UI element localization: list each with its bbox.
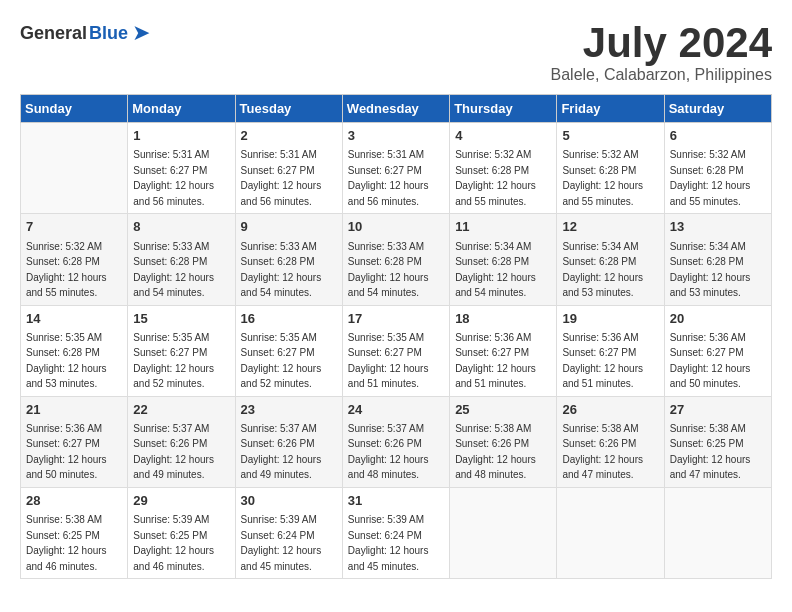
- calendar-cell: 20Sunrise: 5:36 AM Sunset: 6:27 PM Dayli…: [664, 305, 771, 396]
- day-number: 23: [241, 401, 337, 419]
- column-header-sunday: Sunday: [21, 95, 128, 123]
- day-info: Sunrise: 5:38 AM Sunset: 6:25 PM Dayligh…: [26, 514, 107, 572]
- calendar-cell: 29Sunrise: 5:39 AM Sunset: 6:25 PM Dayli…: [128, 487, 235, 578]
- calendar-cell: 10Sunrise: 5:33 AM Sunset: 6:28 PM Dayli…: [342, 214, 449, 305]
- day-number: 25: [455, 401, 551, 419]
- day-number: 5: [562, 127, 658, 145]
- day-info: Sunrise: 5:32 AM Sunset: 6:28 PM Dayligh…: [26, 241, 107, 299]
- day-info: Sunrise: 5:33 AM Sunset: 6:28 PM Dayligh…: [133, 241, 214, 299]
- title-block: July 2024 Balele, Calabarzon, Philippine…: [551, 20, 772, 84]
- day-info: Sunrise: 5:36 AM Sunset: 6:27 PM Dayligh…: [670, 332, 751, 390]
- calendar-cell: 27Sunrise: 5:38 AM Sunset: 6:25 PM Dayli…: [664, 396, 771, 487]
- column-header-friday: Friday: [557, 95, 664, 123]
- calendar-cell: [450, 487, 557, 578]
- day-number: 10: [348, 218, 444, 236]
- calendar-cell: 3Sunrise: 5:31 AM Sunset: 6:27 PM Daylig…: [342, 123, 449, 214]
- day-info: Sunrise: 5:35 AM Sunset: 6:27 PM Dayligh…: [241, 332, 322, 390]
- calendar-cell: 15Sunrise: 5:35 AM Sunset: 6:27 PM Dayli…: [128, 305, 235, 396]
- day-info: Sunrise: 5:34 AM Sunset: 6:28 PM Dayligh…: [562, 241, 643, 299]
- calendar-cell: 4Sunrise: 5:32 AM Sunset: 6:28 PM Daylig…: [450, 123, 557, 214]
- day-info: Sunrise: 5:32 AM Sunset: 6:28 PM Dayligh…: [562, 149, 643, 207]
- calendar-title: July 2024: [551, 20, 772, 66]
- day-number: 29: [133, 492, 229, 510]
- day-number: 14: [26, 310, 122, 328]
- calendar-cell: 19Sunrise: 5:36 AM Sunset: 6:27 PM Dayli…: [557, 305, 664, 396]
- day-number: 24: [348, 401, 444, 419]
- day-info: Sunrise: 5:34 AM Sunset: 6:28 PM Dayligh…: [455, 241, 536, 299]
- day-number: 16: [241, 310, 337, 328]
- day-number: 22: [133, 401, 229, 419]
- calendar-week-row: 21Sunrise: 5:36 AM Sunset: 6:27 PM Dayli…: [21, 396, 772, 487]
- calendar-header-row: SundayMondayTuesdayWednesdayThursdayFrid…: [21, 95, 772, 123]
- day-number: 30: [241, 492, 337, 510]
- calendar-cell: 31Sunrise: 5:39 AM Sunset: 6:24 PM Dayli…: [342, 487, 449, 578]
- day-info: Sunrise: 5:38 AM Sunset: 6:25 PM Dayligh…: [670, 423, 751, 481]
- day-info: Sunrise: 5:32 AM Sunset: 6:28 PM Dayligh…: [670, 149, 751, 207]
- calendar-table: SundayMondayTuesdayWednesdayThursdayFrid…: [20, 94, 772, 579]
- day-info: Sunrise: 5:31 AM Sunset: 6:27 PM Dayligh…: [348, 149, 429, 207]
- calendar-cell: 22Sunrise: 5:37 AM Sunset: 6:26 PM Dayli…: [128, 396, 235, 487]
- day-number: 20: [670, 310, 766, 328]
- day-number: 28: [26, 492, 122, 510]
- calendar-week-row: 28Sunrise: 5:38 AM Sunset: 6:25 PM Dayli…: [21, 487, 772, 578]
- calendar-cell: 5Sunrise: 5:32 AM Sunset: 6:28 PM Daylig…: [557, 123, 664, 214]
- day-number: 26: [562, 401, 658, 419]
- calendar-cell: 18Sunrise: 5:36 AM Sunset: 6:27 PM Dayli…: [450, 305, 557, 396]
- day-number: 13: [670, 218, 766, 236]
- day-number: 18: [455, 310, 551, 328]
- day-number: 15: [133, 310, 229, 328]
- calendar-cell: 30Sunrise: 5:39 AM Sunset: 6:24 PM Dayli…: [235, 487, 342, 578]
- day-info: Sunrise: 5:33 AM Sunset: 6:28 PM Dayligh…: [241, 241, 322, 299]
- day-number: 2: [241, 127, 337, 145]
- calendar-cell: [557, 487, 664, 578]
- day-number: 27: [670, 401, 766, 419]
- day-number: 19: [562, 310, 658, 328]
- calendar-cell: 9Sunrise: 5:33 AM Sunset: 6:28 PM Daylig…: [235, 214, 342, 305]
- logo-bird-icon: ➤: [132, 20, 150, 46]
- day-info: Sunrise: 5:31 AM Sunset: 6:27 PM Dayligh…: [133, 149, 214, 207]
- calendar-subtitle: Balele, Calabarzon, Philippines: [551, 66, 772, 84]
- column-header-saturday: Saturday: [664, 95, 771, 123]
- day-info: Sunrise: 5:39 AM Sunset: 6:24 PM Dayligh…: [241, 514, 322, 572]
- logo-blue-text: Blue: [89, 23, 128, 44]
- day-info: Sunrise: 5:35 AM Sunset: 6:27 PM Dayligh…: [348, 332, 429, 390]
- calendar-cell: 11Sunrise: 5:34 AM Sunset: 6:28 PM Dayli…: [450, 214, 557, 305]
- day-number: 12: [562, 218, 658, 236]
- calendar-cell: 17Sunrise: 5:35 AM Sunset: 6:27 PM Dayli…: [342, 305, 449, 396]
- calendar-cell: 24Sunrise: 5:37 AM Sunset: 6:26 PM Dayli…: [342, 396, 449, 487]
- day-number: 17: [348, 310, 444, 328]
- day-info: Sunrise: 5:35 AM Sunset: 6:27 PM Dayligh…: [133, 332, 214, 390]
- day-number: 4: [455, 127, 551, 145]
- day-info: Sunrise: 5:36 AM Sunset: 6:27 PM Dayligh…: [562, 332, 643, 390]
- day-number: 9: [241, 218, 337, 236]
- calendar-cell: 8Sunrise: 5:33 AM Sunset: 6:28 PM Daylig…: [128, 214, 235, 305]
- day-info: Sunrise: 5:37 AM Sunset: 6:26 PM Dayligh…: [133, 423, 214, 481]
- calendar-cell: 14Sunrise: 5:35 AM Sunset: 6:28 PM Dayli…: [21, 305, 128, 396]
- day-number: 7: [26, 218, 122, 236]
- day-info: Sunrise: 5:39 AM Sunset: 6:24 PM Dayligh…: [348, 514, 429, 572]
- day-info: Sunrise: 5:36 AM Sunset: 6:27 PM Dayligh…: [455, 332, 536, 390]
- day-number: 1: [133, 127, 229, 145]
- day-info: Sunrise: 5:35 AM Sunset: 6:28 PM Dayligh…: [26, 332, 107, 390]
- calendar-cell: 23Sunrise: 5:37 AM Sunset: 6:26 PM Dayli…: [235, 396, 342, 487]
- calendar-cell: 6Sunrise: 5:32 AM Sunset: 6:28 PM Daylig…: [664, 123, 771, 214]
- calendar-cell: [21, 123, 128, 214]
- day-info: Sunrise: 5:38 AM Sunset: 6:26 PM Dayligh…: [562, 423, 643, 481]
- day-number: 6: [670, 127, 766, 145]
- calendar-cell: 16Sunrise: 5:35 AM Sunset: 6:27 PM Dayli…: [235, 305, 342, 396]
- column-header-tuesday: Tuesday: [235, 95, 342, 123]
- day-info: Sunrise: 5:37 AM Sunset: 6:26 PM Dayligh…: [241, 423, 322, 481]
- calendar-cell: 7Sunrise: 5:32 AM Sunset: 6:28 PM Daylig…: [21, 214, 128, 305]
- day-number: 3: [348, 127, 444, 145]
- calendar-cell: 21Sunrise: 5:36 AM Sunset: 6:27 PM Dayli…: [21, 396, 128, 487]
- calendar-cell: 25Sunrise: 5:38 AM Sunset: 6:26 PM Dayli…: [450, 396, 557, 487]
- calendar-cell: [664, 487, 771, 578]
- day-number: 8: [133, 218, 229, 236]
- day-info: Sunrise: 5:33 AM Sunset: 6:28 PM Dayligh…: [348, 241, 429, 299]
- logo: General Blue ➤: [20, 20, 150, 46]
- day-number: 31: [348, 492, 444, 510]
- calendar-week-row: 14Sunrise: 5:35 AM Sunset: 6:28 PM Dayli…: [21, 305, 772, 396]
- column-header-thursday: Thursday: [450, 95, 557, 123]
- day-info: Sunrise: 5:31 AM Sunset: 6:27 PM Dayligh…: [241, 149, 322, 207]
- day-info: Sunrise: 5:37 AM Sunset: 6:26 PM Dayligh…: [348, 423, 429, 481]
